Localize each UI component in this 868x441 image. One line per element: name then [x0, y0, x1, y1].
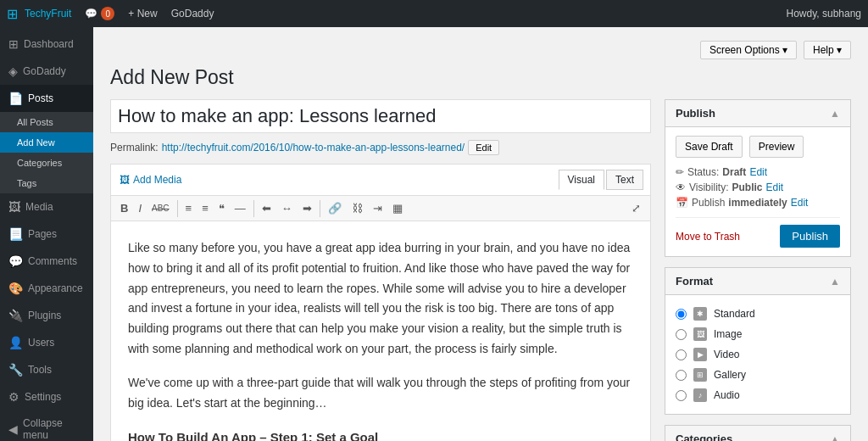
sidebar-item-all-posts[interactable]: All Posts — [0, 112, 93, 132]
format-radio-audio[interactable] — [676, 390, 687, 401]
tools-icon: 🔧 — [8, 363, 23, 377]
editor-toolbar: B I ABC ≡ ≡ ❝ — ⬅ ↔ ➡ 🔗 ⛓ — [111, 196, 650, 221]
permalink-url[interactable]: http://techyfruit.com/2016/10/how-to-mak… — [162, 142, 465, 154]
move-to-trash-link[interactable]: Move to Trash — [676, 231, 740, 243]
format-widget-body: ✱ Standard 🖼 Image ▶ Video — [665, 295, 850, 414]
toolbar-unlink[interactable]: ⛓ — [348, 199, 367, 217]
save-draft-button[interactable]: Save Draft — [676, 136, 743, 158]
admin-bar-right: Howdy, subhang — [787, 8, 862, 20]
publish-widget-body: Save Draft Preview ✏ Status: Draft Edit … — [665, 127, 850, 256]
format-toggle-icon[interactable]: ▲ — [830, 276, 840, 287]
editor-top-bar: 🖼 Add Media Visual Text — [111, 165, 650, 196]
toolbar-italic[interactable]: I — [134, 199, 146, 217]
sidebar-label-tags: Tags — [17, 178, 36, 188]
format-radio-video[interactable] — [676, 349, 687, 360]
content-paragraph-2: We've come up with a three-part guide th… — [128, 373, 633, 414]
tab-text[interactable]: Text — [606, 170, 643, 190]
publish-footer: Move to Trash Publish — [676, 217, 840, 248]
toolbar-indent[interactable]: ⇥ — [369, 199, 387, 217]
media-icon: 🖼 — [8, 200, 20, 214]
sidebar-item-tags[interactable]: Tags — [0, 173, 93, 193]
publish-time-icon: 📅 — [676, 197, 688, 209]
screen-options-button[interactable]: Screen Options ▾ — [700, 41, 797, 59]
add-media-button[interactable]: 🖼 Add Media — [118, 172, 183, 187]
visibility-edit-link[interactable]: Edit — [765, 181, 783, 193]
new-post-link[interactable]: + New — [128, 8, 157, 20]
sidebar-label-categories: Categories — [17, 158, 62, 168]
wp-logo: ⊞ — [7, 6, 18, 22]
sidebar-item-pages[interactable]: 📃 Pages — [0, 220, 93, 248]
toolbar-align-left[interactable]: ⬅ — [258, 199, 275, 217]
post-layout: Permalink: http://techyfruit.com/2016/10… — [110, 99, 851, 441]
toolbar-strikethrough[interactable]: ABC — [147, 201, 174, 215]
sidebar-item-posts[interactable]: 📄 Posts — [0, 85, 93, 112]
editor-content[interactable]: Like so many before you, you have a grea… — [111, 221, 650, 441]
toolbar-link[interactable]: 🔗 — [324, 199, 346, 217]
toolbar-bold[interactable]: B — [116, 199, 132, 217]
content-heading-1: How To Build An App – Step 1: Set a Goal — [128, 427, 633, 441]
toolbar-align-right[interactable]: ➡ — [298, 199, 316, 217]
toolbar-ul[interactable]: ≡ — [181, 199, 197, 217]
publish-toggle-icon[interactable]: ▲ — [830, 108, 840, 120]
sidebar-label-collapse: Collapse menu — [23, 417, 85, 441]
status-value: Draft — [722, 166, 746, 178]
dashboard-icon: ⊞ — [8, 37, 19, 51]
format-icon-video: ▶ — [693, 348, 707, 361]
sidebar-item-categories[interactable]: Categories — [0, 153, 93, 173]
sidebar-label-plugins: Plugins — [28, 310, 61, 321]
status-edit-link[interactable]: Edit — [749, 166, 767, 178]
format-option-gallery: ⊞ Gallery — [676, 365, 840, 385]
sidebar-label-pages: Pages — [28, 228, 57, 240]
toolbar-expand[interactable]: ⤢ — [627, 199, 645, 217]
sidebar-item-collapse[interactable]: ◀ Collapse menu — [0, 410, 93, 441]
permalink-edit-button[interactable]: Edit — [468, 140, 499, 155]
comments-icon: 💬 — [8, 254, 23, 268]
sidebar-label-godaddy: GoDaddy — [23, 65, 66, 77]
notif-count: 0 — [101, 7, 114, 20]
editor-wrap: 🖼 Add Media Visual Text B I ABC ≡ — [110, 164, 651, 441]
site-name[interactable]: TechyFruit — [25, 8, 71, 20]
sidebar-item-tools[interactable]: 🔧 Tools — [0, 356, 93, 383]
post-title-input[interactable] — [110, 99, 651, 133]
format-label-gallery: Gallery — [714, 369, 746, 381]
sidebar-item-dashboard[interactable]: ⊞ Dashboard — [0, 31, 93, 58]
content-paragraph-1: Like so many before you, you have a grea… — [128, 238, 633, 360]
publish-widget-title: Publish — [676, 107, 715, 120]
preview-button[interactable]: Preview — [749, 136, 804, 158]
sidebar-label-add-new: Add New — [17, 137, 55, 148]
toolbar-separator-3 — [320, 200, 320, 217]
format-radio-standard[interactable] — [676, 309, 687, 320]
toolbar-hr[interactable]: — — [231, 199, 250, 217]
categories-toggle-icon[interactable]: ▲ — [830, 433, 840, 442]
collapse-icon: ◀ — [8, 422, 18, 436]
publish-time-edit-link[interactable]: Edit — [791, 197, 809, 209]
format-widget-title: Format — [676, 275, 713, 287]
format-icon-gallery: ⊞ — [693, 368, 707, 382]
sidebar-item-media[interactable]: 🖼 Media — [0, 193, 93, 220]
toolbar-align-center[interactable]: ↔ — [277, 199, 297, 217]
format-radio-image[interactable] — [676, 329, 687, 340]
toolbar-ol[interactable]: ≡ — [198, 199, 213, 217]
toolbar-blockquote[interactable]: ❝ — [214, 199, 229, 217]
sidebar-item-godaddy[interactable]: ◈ GoDaddy — [0, 58, 93, 85]
format-radio-gallery[interactable] — [676, 370, 687, 381]
godaddy-link[interactable]: GoDaddy — [171, 8, 214, 20]
help-button[interactable]: Help ▾ — [804, 41, 851, 59]
sidebar-label-dashboard: Dashboard — [24, 38, 74, 50]
sidebar-item-plugins[interactable]: 🔌 Plugins — [0, 302, 93, 329]
admin-bar: ⊞ TechyFruit 💬 0 + New GoDaddy Howdy, su… — [0, 0, 868, 27]
sidebar-item-comments[interactable]: 💬 Comments — [0, 248, 93, 275]
sidebar-item-users[interactable]: 👤 Users — [0, 329, 93, 356]
sidebar-label-all-posts: All Posts — [17, 117, 53, 127]
permalink-wrap: Permalink: http://techyfruit.com/2016/10… — [110, 140, 651, 155]
editor-tabs: Visual Text — [559, 170, 643, 190]
sidebar-item-appearance[interactable]: 🎨 Appearance — [0, 275, 93, 302]
tab-visual[interactable]: Visual — [559, 170, 604, 190]
format-option-standard: ✱ Standard — [676, 304, 840, 324]
sidebar-item-settings[interactable]: ⚙ Settings — [0, 383, 93, 410]
sidebar-item-add-new[interactable]: Add New — [0, 132, 93, 153]
publish-button[interactable]: Publish — [780, 225, 840, 248]
notifications[interactable]: 💬 0 — [85, 7, 114, 20]
publish-widget: Publish ▲ Save Draft Preview ✏ Status: D… — [665, 99, 851, 257]
toolbar-table[interactable]: ▦ — [388, 199, 407, 217]
